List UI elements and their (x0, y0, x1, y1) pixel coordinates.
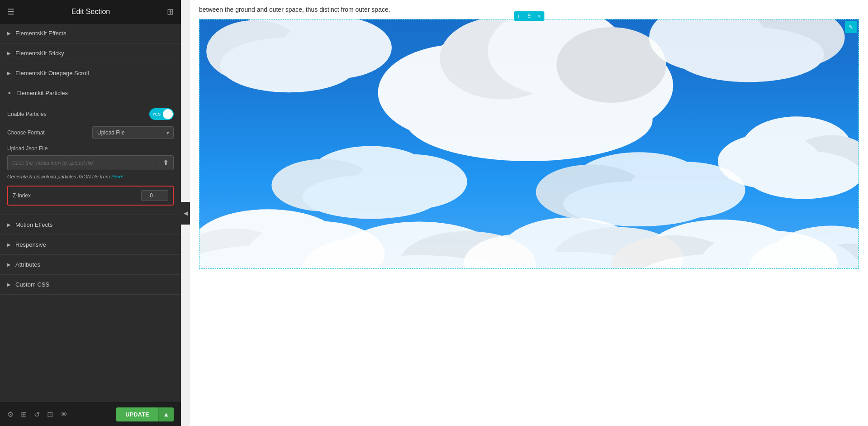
accordion-header-motion-effects[interactable]: ▶ Motion Effects (0, 215, 181, 235)
choose-format-label: Choose Format (7, 129, 92, 136)
accordion-label-elementskit-effects: ElementsKit Effects (15, 30, 66, 37)
svg-point-19 (745, 151, 859, 199)
layers-icon[interactable]: ⊞ (21, 410, 27, 419)
generate-here-link[interactable]: Here! (111, 174, 123, 179)
responsive-icon[interactable]: ⊡ (47, 410, 53, 419)
chevron-right-icon-7: ▶ (7, 282, 11, 287)
accordion-label-attributes: Attributes (15, 261, 40, 268)
accordion-header-attributes[interactable]: ▶ Attributes (0, 255, 181, 274)
accordion-label-responsive: Responsive (15, 241, 46, 248)
eye-icon[interactable]: 👁 (60, 411, 67, 419)
choose-format-row: Choose Format Upload File Default Custom… (7, 126, 174, 139)
chevron-right-icon-2: ▶ (7, 51, 11, 56)
toggle-yes-label: YES (152, 112, 161, 116)
choose-format-select-wrapper: Upload File Default Custom ▼ (92, 126, 174, 139)
zindex-row: Z-index (7, 186, 174, 206)
gear-icon[interactable]: ⚙ (7, 410, 14, 419)
particles-section: Enable Particles YES Choose Format Uploa… (0, 103, 181, 215)
section-close-button[interactable]: × (535, 11, 545, 21)
accordion-label-custom-css: Custom CSS (15, 281, 49, 288)
main-content: between the ground and outer space, thus… (190, 0, 868, 426)
zindex-input[interactable] (141, 190, 168, 201)
grid-icon[interactable]: ⊞ (167, 7, 174, 17)
update-button[interactable]: UPDATE (116, 407, 158, 421)
section-add-button[interactable]: + (514, 11, 524, 21)
sidebar-collapse-button[interactable]: ◀ (181, 202, 190, 225)
svg-point-47 (563, 181, 714, 226)
toggle-knob (163, 109, 173, 119)
enable-particles-toggle[interactable]: YES (149, 108, 174, 120)
zindex-label: Z-index (13, 192, 141, 199)
chevron-right-icon-4: ▶ (7, 222, 11, 227)
accordion-elementskit-effects: ▶ ElementsKit Effects (0, 24, 181, 43)
svg-point-43 (303, 175, 440, 219)
chevron-right-icon: ▶ (7, 31, 11, 36)
accordion-label-motion-effects: Motion Effects (15, 221, 52, 228)
hamburger-icon[interactable]: ☰ (7, 7, 14, 17)
choose-format-select[interactable]: Upload File Default Custom (92, 126, 174, 139)
accordion-responsive: ▶ Responsive (0, 235, 181, 255)
accordion-label-elementskit-sticky: ElementsKit Sticky (15, 50, 64, 57)
section-container: + ⠿ × ✎ (199, 19, 859, 269)
sidebar: ☰ Edit Section ⊞ ▶ ElementsKit Effects ▶… (0, 0, 181, 426)
accordion-attributes: ▶ Attributes (0, 255, 181, 275)
accordion-header-elementskit-sticky[interactable]: ▶ ElementsKit Sticky (0, 43, 181, 63)
sidebar-title: Edit Section (71, 8, 110, 16)
upload-json-label: Upload Json File (7, 145, 174, 152)
sidebar-header: ☰ Edit Section ⊞ (0, 0, 181, 24)
generate-text-label: Generate & Download particles JSON file … (7, 174, 110, 179)
section-edit-icon[interactable]: ✎ (845, 21, 857, 33)
accordion-motion-effects: ▶ Motion Effects (0, 215, 181, 235)
accordion-custom-css: ▶ Custom CSS (0, 275, 181, 295)
sidebar-content: ▶ ElementsKit Effects ▶ ElementsKit Stic… (0, 24, 181, 402)
generate-download-text: Generate & Download particles JSON file … (7, 174, 174, 179)
section-move-handle[interactable]: ⠿ (524, 11, 535, 21)
upload-media-icon-button[interactable]: ⬆ (158, 156, 173, 170)
chevron-right-icon-5: ▶ (7, 242, 11, 247)
enable-particles-row: Enable Particles YES (7, 108, 174, 120)
upload-input-row: Click the media icon to upload file ⬆ (7, 155, 174, 170)
accordion-elementskit-sticky: ▶ ElementsKit Sticky (0, 43, 181, 63)
accordion-label-elementskit-particles: Elementkit Particles (16, 90, 68, 96)
history-icon[interactable]: ↺ (34, 410, 40, 419)
accordion-header-elementskit-effects[interactable]: ▶ ElementsKit Effects (0, 24, 181, 43)
chevron-right-icon-3: ▶ (7, 71, 11, 76)
upload-placeholder-text: Click the media icon to upload file (8, 156, 158, 170)
accordion-header-elementskit-onepage[interactable]: ▶ ElementsKit Onepage Scroll (0, 63, 181, 83)
sky-image (199, 19, 859, 268)
accordion-header-elementskit-particles[interactable]: ▼ Elementkit Particles (0, 83, 181, 103)
svg-point-11 (220, 38, 358, 92)
enable-particles-label: Enable Particles (7, 111, 149, 117)
upload-json-section: Upload Json File Click the media icon to… (7, 145, 174, 179)
accordion-elementskit-particles: ▼ Elementkit Particles Enable Particles … (0, 83, 181, 215)
svg-point-15 (673, 27, 824, 82)
chevron-right-icon-6: ▶ (7, 262, 11, 267)
sidebar-footer: ⚙ ⊞ ↺ ⊡ 👁 UPDATE ▲ (0, 402, 181, 426)
accordion-header-responsive[interactable]: ▶ Responsive (0, 235, 181, 254)
accordion-elementskit-onepage: ▶ ElementsKit Onepage Scroll (0, 63, 181, 83)
section-toolbar: + ⠿ × (514, 11, 544, 21)
update-arrow-button[interactable]: ▲ (158, 407, 174, 421)
update-btn-group: UPDATE ▲ (116, 407, 174, 421)
accordion-label-elementskit-onepage: ElementsKit Onepage Scroll (15, 70, 89, 77)
chevron-down-icon: ▼ (7, 91, 12, 96)
accordion-header-custom-css[interactable]: ▶ Custom CSS (0, 275, 181, 294)
